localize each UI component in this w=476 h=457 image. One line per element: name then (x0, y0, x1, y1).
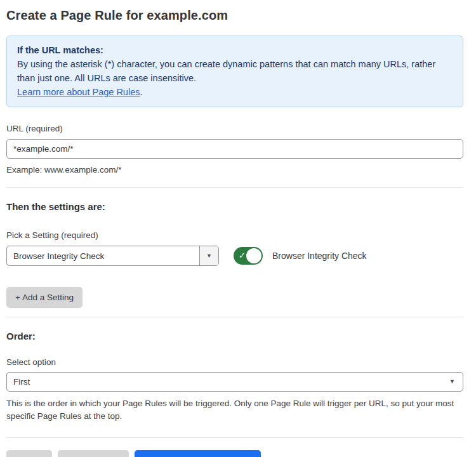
url-example-helper: Example: www.example.com/* (6, 164, 463, 176)
save-and-deploy-button[interactable]: Save and Deploy Page Rule (135, 450, 261, 457)
order-select-label: Select option (6, 357, 463, 367)
settings-section-heading: Then the settings are: (6, 201, 463, 212)
setting-select[interactable]: Browser Integrity Check ▼ (6, 246, 219, 266)
divider (6, 317, 463, 317)
order-helper-text: This is the order in which your Page Rul… (6, 397, 458, 423)
url-field-label: URL (required) (6, 124, 463, 133)
order-section-heading: Order: (6, 331, 463, 341)
divider (6, 437, 463, 438)
order-select-value: First (13, 377, 30, 387)
url-match-info-box: If the URL matches: By using the asteris… (6, 36, 463, 107)
setting-row: Browser Integrity Check ▼ ✓ Browser Inte… (6, 246, 463, 266)
chevron-down-icon: ▼ (206, 253, 212, 259)
cancel-button[interactable]: Cancel (6, 450, 52, 457)
page-rule-form: Create a Page Rule for example.com If th… (0, 0, 476, 457)
pick-setting-label: Pick a Setting (required) (6, 230, 463, 240)
order-select[interactable]: First ▼ (6, 372, 463, 392)
info-box-link-line: Learn more about Page Rules. (17, 85, 453, 99)
page-title: Create a Page Rule for example.com (6, 8, 463, 23)
chevron-down-icon: ▼ (449, 379, 455, 385)
setting-select-arrow-button[interactable]: ▼ (199, 246, 218, 265)
setting-select-value: Browser Integrity Check (7, 246, 199, 265)
form-actions: Cancel Save as Draft Save and Deploy Pag… (6, 450, 463, 457)
browser-integrity-toggle[interactable]: ✓ (234, 247, 263, 265)
save-as-draft-button[interactable]: Save as Draft (58, 450, 129, 457)
learn-more-link[interactable]: Learn more about Page Rules (17, 87, 140, 97)
add-setting-button[interactable]: + Add a Setting (6, 287, 83, 308)
link-suffix: . (140, 87, 142, 97)
info-box-heading: If the URL matches: (17, 43, 453, 57)
check-icon: ✓ (239, 251, 246, 260)
info-box-body: By using the asterisk (*) character, you… (17, 57, 453, 85)
toggle-knob (246, 248, 261, 263)
toggle-label: Browser Integrity Check (272, 251, 367, 261)
url-input[interactable] (6, 139, 463, 159)
divider (6, 187, 463, 188)
